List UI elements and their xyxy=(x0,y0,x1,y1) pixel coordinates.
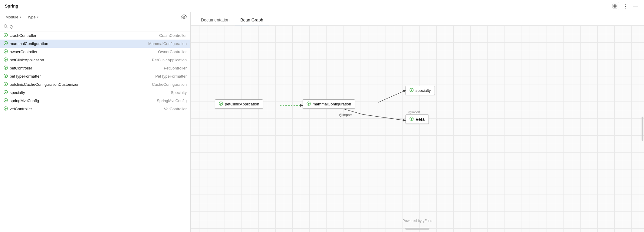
bean-name: petController xyxy=(4,66,164,71)
bean-type-text: Specialty xyxy=(171,90,187,95)
app-title: Spring xyxy=(5,4,18,8)
bean-list: crashControllerCrashController mammalCon… xyxy=(0,31,190,232)
bean-name-text: crashController xyxy=(10,33,36,38)
bean-name-text: petclinicCacheConfigurationCustomizer xyxy=(10,82,79,87)
vets-annotation: @Import xyxy=(408,111,420,114)
node-mammalconfiguration-icon xyxy=(307,102,311,107)
node-petclinicapplication[interactable]: petClinicApplication xyxy=(215,99,263,109)
more-options-icon[interactable]: ⋮ xyxy=(622,2,629,11)
tab-documentation[interactable]: Documentation xyxy=(196,14,235,25)
svg-rect-2 xyxy=(613,6,615,8)
graph-area[interactable]: petClinicApplication mammalConfiguration xyxy=(191,25,644,232)
node-mammalconfiguration[interactable]: mammalConfiguration xyxy=(303,99,355,109)
bean-type-text: PetClinicApplication xyxy=(152,58,187,62)
svg-rect-3 xyxy=(615,6,617,8)
title-bar: Spring ⋮ — xyxy=(0,0,644,12)
powered-by-label: Powered by yFiles xyxy=(402,219,432,223)
spring-leaf-icon xyxy=(4,49,8,54)
minimize-icon[interactable]: — xyxy=(632,2,639,10)
module-filter-btn[interactable]: Module ▾ xyxy=(4,14,23,20)
spring-leaf-icon xyxy=(4,41,8,46)
bean-name-text: springMvcConfig xyxy=(10,98,39,103)
bean-name: vetController xyxy=(4,106,164,111)
right-panel: Documentation Bean Graph xyxy=(191,12,644,232)
module-chevron-icon: ▾ xyxy=(20,15,21,19)
bean-type-text: OwnerController xyxy=(158,50,187,54)
svg-rect-1 xyxy=(615,4,617,6)
spring-leaf-icon xyxy=(4,33,8,38)
bean-row[interactable]: vetControllerVetController xyxy=(0,105,190,113)
spring-leaf-icon xyxy=(4,74,8,79)
bean-name: mammalConfiguration xyxy=(4,41,148,46)
title-bar-actions: ⋮ — xyxy=(611,2,639,11)
node-vets[interactable]: Vets @Import xyxy=(406,114,429,124)
type-filter-btn[interactable]: Type ▾ xyxy=(25,14,40,20)
node-mammalconfiguration-label: mammalConfiguration xyxy=(313,102,351,106)
node-specialty-icon xyxy=(409,88,414,93)
spring-leaf-icon xyxy=(4,82,8,87)
bean-name: springMvcConfig xyxy=(4,98,157,103)
bean-row[interactable]: petControllerPetController xyxy=(0,64,190,72)
bean-row[interactable]: springMvcConfigSpringMvcConfig xyxy=(0,97,190,105)
main-layout: Module ▾ Type ▾ xyxy=(0,12,644,232)
bean-row[interactable]: crashControllerCrashController xyxy=(0,31,190,40)
search-input[interactable] xyxy=(10,24,187,29)
tab-bean-graph[interactable]: Bean Graph xyxy=(235,14,269,25)
node-petclinicapplication-icon xyxy=(219,102,223,107)
type-filter-label: Type xyxy=(27,15,36,19)
svg-point-7 xyxy=(4,25,7,27)
bean-name: crashController xyxy=(4,33,159,38)
graph-canvas xyxy=(191,25,644,232)
bean-row[interactable]: petClinicApplicationPetClinicApplication xyxy=(0,56,190,64)
filter-bar: Module ▾ Type ▾ xyxy=(0,12,190,22)
bean-name-text: vetController xyxy=(10,107,32,111)
bean-type-text: PetTypeFormatter xyxy=(155,74,187,79)
bean-type-text: CrashController xyxy=(159,33,187,38)
bean-name-text: petClinicApplication xyxy=(10,58,44,62)
bean-name-text: petTypeFormatter xyxy=(10,74,41,79)
bean-row[interactable]: specialtySpecialty xyxy=(0,89,190,97)
node-vets-label: Vets xyxy=(416,117,425,122)
node-specialty-label: specialty xyxy=(416,88,431,93)
bean-row[interactable]: petTypeFormatterPetTypeFormatter xyxy=(0,72,190,80)
node-specialty[interactable]: specialty xyxy=(406,86,435,95)
bean-type-text: SpringMvcConfig xyxy=(157,98,187,103)
bean-name: specialty xyxy=(4,90,171,95)
scrollbar-bottom[interactable] xyxy=(405,228,429,230)
bean-name: petTypeFormatter xyxy=(4,74,155,79)
bean-name: ownerController xyxy=(4,49,158,54)
bean-name: petclinicCacheConfigurationCustomizer xyxy=(4,82,152,87)
bean-name-text: ownerController xyxy=(10,50,38,54)
tabs-bar: Documentation Bean Graph xyxy=(191,12,644,25)
type-chevron-icon: ▾ xyxy=(37,15,38,19)
spring-leaf-icon xyxy=(4,98,8,103)
search-bar xyxy=(0,22,190,31)
bean-row[interactable]: petclinicCacheConfigurationCustomizerCac… xyxy=(0,80,190,89)
spring-leaf-icon xyxy=(4,90,8,95)
import-label-1: @Import xyxy=(339,113,352,117)
spring-leaf-icon xyxy=(4,106,8,111)
bean-row[interactable]: mammalConfigurationMammalConfiguration xyxy=(0,40,190,48)
bean-type-text: VetController xyxy=(164,107,187,111)
bean-name-text: petController xyxy=(10,66,32,70)
bean-name-text: specialty xyxy=(10,90,25,95)
bean-name: petClinicApplication xyxy=(4,57,152,63)
bean-name-text: mammalConfiguration xyxy=(10,41,48,46)
spring-leaf-icon xyxy=(4,66,8,71)
left-panel: Module ▾ Type ▾ xyxy=(0,12,191,232)
svg-line-8 xyxy=(7,27,8,28)
search-icon xyxy=(4,24,8,29)
svg-rect-0 xyxy=(613,4,615,6)
bean-type-text: PetController xyxy=(164,66,187,70)
bean-row[interactable]: ownerControllerOwnerController xyxy=(0,48,190,56)
scrollbar-right[interactable] xyxy=(642,117,643,141)
bean-type-text: CacheConfiguration xyxy=(152,82,187,87)
visibility-icon[interactable] xyxy=(181,14,187,20)
bean-type-text: MammalConfiguration xyxy=(148,41,187,46)
svg-line-20 xyxy=(378,90,406,102)
grid-icon[interactable] xyxy=(611,2,619,10)
spring-leaf-icon xyxy=(4,57,8,63)
module-filter-label: Module xyxy=(5,15,18,19)
node-vets-icon xyxy=(409,117,414,122)
node-petclinicapplication-label: petClinicApplication xyxy=(225,102,259,106)
